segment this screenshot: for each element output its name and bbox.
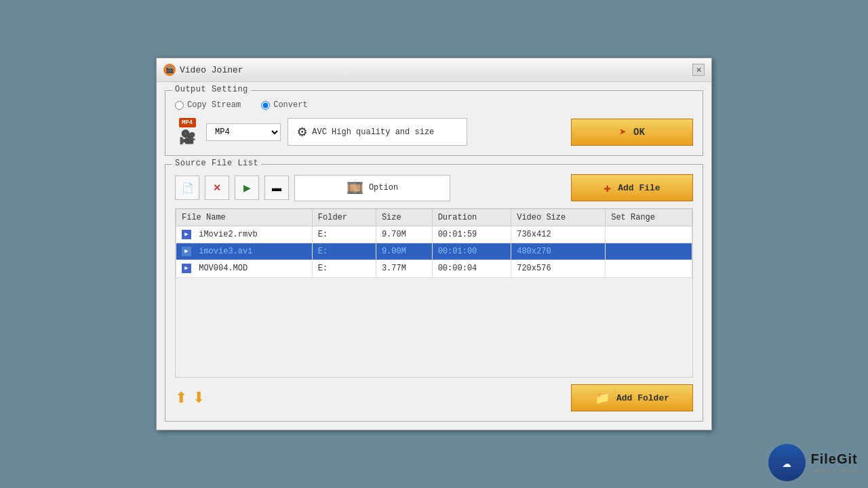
cell-filename: ▶ iMovie2.rmvb [176,226,313,243]
add-file-icon: ✚ [604,180,611,195]
add-file-label: Add File [618,183,660,193]
col-folder: Folder [312,209,376,226]
ok-label: OK [633,127,645,138]
preview-button[interactable]: ▶ [235,176,259,200]
cell-size: 9.70M [376,226,432,243]
ok-arrow-icon: ➤ [619,125,627,140]
format-icon: MP4 🎥 [175,120,199,144]
source-file-list-label: Source File List [172,159,261,168]
add-folder-label: Add Folder [616,393,669,403]
copy-stream-radio[interactable] [175,101,184,110]
table-row[interactable]: ▶ imovie3.avi E: 9.00M 00:01:00 480x270 [176,243,692,260]
format-select[interactable]: MP4 AVI MKV MOV WMV [206,123,281,141]
add-folder-icon: 📁 [595,390,610,405]
cell-folder: E: [312,260,376,277]
app-icon: 🎬 [163,64,176,76]
title-bar: 🎬 Video Joiner ✕ [157,58,711,82]
convert-radio[interactable] [261,101,270,110]
move-up-button[interactable]: ⬆ [175,389,187,407]
set-range-button[interactable]: ▬ [264,176,289,200]
source-file-list-group: Source File List 📄 ✕ ▶ ▬ 🎞️ Option ✚ Add… [165,164,703,422]
cell-videosize: 736x412 [511,226,606,243]
option-button[interactable]: 🎞️ Option [294,175,450,201]
add-file-tb-button[interactable]: 📄 [175,176,199,200]
window-title: Video Joiner [180,65,243,75]
convert-option[interactable]: Convert [261,100,307,110]
cell-setrange [606,260,692,277]
ok-button[interactable]: ➤ OK [571,119,693,146]
col-setrange: Set Range [606,209,692,226]
filegit-logo: ☁ [768,444,806,481]
bottom-row: ⬆ ⬇ 📁 Add Folder [175,384,693,411]
col-size: Size [376,209,432,226]
filegit-badge: ☁ FileGit Free & Unlimited [768,444,861,481]
move-down-button[interactable]: ⬇ [193,389,205,407]
file-table: File Name Folder Size Duration Video Siz… [176,209,692,278]
option-icon: 🎞️ [347,180,363,197]
cell-videosize: 720x576 [511,260,606,277]
cell-duration: 00:01:59 [432,226,511,243]
col-duration: Duration [432,209,511,226]
cell-setrange [606,226,692,243]
copy-stream-option[interactable]: Copy Stream [175,100,241,110]
cell-filename: ▶ MOV004.MOD [176,260,313,277]
col-videosize: Video Size [511,209,606,226]
filegit-text: FileGit Free & Unlimited [811,451,861,474]
table-row[interactable]: ▶ MOV004.MOD E: 3.77M 00:00:04 720x576 [176,260,692,277]
add-file-button[interactable]: ✚ Add File [571,174,693,201]
profile-label: AVC High quality and size [312,127,434,137]
remove-file-button[interactable]: ✕ [205,176,229,200]
cell-filename: ▶ imovie3.avi [176,243,313,260]
cell-size: 9.00M [376,243,432,260]
output-setting-group: Output Setting Copy Stream Convert MP4 [165,90,703,156]
copy-stream-label: Copy Stream [187,100,241,110]
file-list-area: File Name Folder Size Duration Video Siz… [175,208,693,378]
cell-videosize: 480x270 [511,243,606,260]
add-folder-button[interactable]: 📁 Add Folder [571,384,693,411]
convert-label: Convert [273,100,307,110]
table-row[interactable]: ▶ iMovie2.rmvb E: 9.70M 00:01:59 736x412 [176,226,692,243]
profile-button[interactable]: ⚙️ AVC High quality and size [288,118,467,146]
cell-folder: E: [312,226,376,243]
filegit-name: FileGit [811,451,861,467]
cell-folder: E: [312,243,376,260]
cell-size: 3.77M [376,260,432,277]
profile-icon: ⚙️ [298,123,307,141]
option-label: Option [369,183,398,192]
video-joiner-window: 🎬 Video Joiner ✕ Output Setting Copy Str… [156,58,712,430]
cell-duration: 00:01:00 [432,243,511,260]
col-filename: File Name [176,209,313,226]
cell-duration: 00:00:04 [432,260,511,277]
output-setting-label: Output Setting [172,85,251,94]
close-button[interactable]: ✕ [692,64,705,76]
filegit-tagline: Free & Unlimited [811,467,861,474]
cell-setrange [606,243,692,260]
